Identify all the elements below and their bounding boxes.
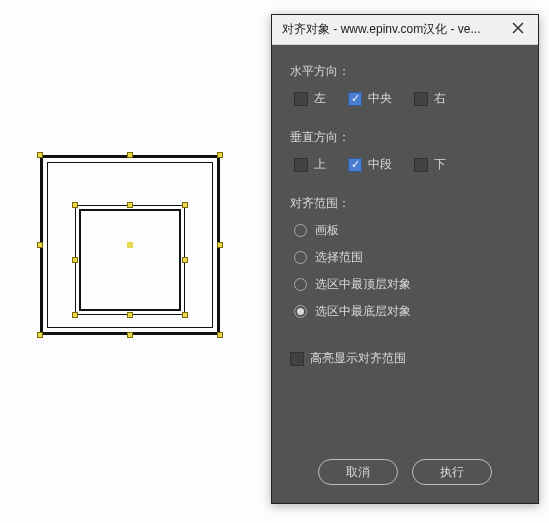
anchor-top-mid[interactable] bbox=[127, 152, 133, 158]
radio-icon bbox=[294, 278, 307, 291]
checkbox-label: 上 bbox=[314, 156, 326, 173]
checkbox-vertical-top[interactable]: 上 bbox=[294, 156, 326, 173]
checkbox-icon: ✓ bbox=[348, 92, 362, 106]
vertical-options: 上 ✓ 中段 下 bbox=[290, 156, 520, 173]
radio-scope-topmost[interactable]: 选区中最顶层对象 bbox=[294, 276, 520, 293]
checkbox-horizontal-center[interactable]: ✓ 中央 bbox=[348, 90, 392, 107]
section-label: 对齐范围： bbox=[290, 195, 520, 212]
checkbox-label: 下 bbox=[434, 156, 446, 173]
checkbox-label: 右 bbox=[434, 90, 446, 107]
radio-icon bbox=[294, 305, 307, 318]
section-label: 水平方向： bbox=[290, 63, 520, 80]
checkbox-vertical-bottom[interactable]: 下 bbox=[414, 156, 446, 173]
section-label: 垂直方向： bbox=[290, 129, 520, 146]
execute-button[interactable]: 执行 bbox=[412, 459, 492, 485]
dialog-body: 水平方向： 左 ✓ 中央 右 垂直方向： bbox=[272, 45, 538, 447]
align-dialog: 对齐对象 - www.epinv.com汉化 - ve... 水平方向： 左 ✓… bbox=[271, 14, 539, 504]
anchor-bottom-right[interactable] bbox=[182, 312, 188, 318]
canvas-preview bbox=[10, 155, 250, 395]
section-scope: 对齐范围： 画板 选择范围 选区中最顶层对象 选区中最底层对象 bbox=[290, 195, 520, 320]
anchor-left-mid[interactable] bbox=[72, 257, 78, 263]
checkbox-vertical-middle[interactable]: ✓ 中段 bbox=[348, 156, 392, 173]
checkbox-label: 高亮显示对齐范围 bbox=[310, 350, 406, 367]
anchor-right-mid[interactable] bbox=[182, 257, 188, 263]
checkbox-horizontal-left[interactable]: 左 bbox=[294, 90, 326, 107]
dialog-title: 对齐对象 - www.epinv.com汉化 - ve... bbox=[282, 21, 504, 38]
anchor-bottom-left[interactable] bbox=[37, 332, 43, 338]
anchor-right-mid[interactable] bbox=[217, 242, 223, 248]
anchor-top-left[interactable] bbox=[37, 152, 43, 158]
radio-scope-bottommost[interactable]: 选区中最底层对象 bbox=[294, 303, 520, 320]
radio-icon bbox=[294, 224, 307, 237]
anchor-bottom-left[interactable] bbox=[72, 312, 78, 318]
anchor-top-right[interactable] bbox=[217, 152, 223, 158]
radio-label: 画板 bbox=[315, 222, 339, 239]
checkbox-icon bbox=[294, 158, 308, 172]
radio-label: 选择范围 bbox=[315, 249, 363, 266]
checkbox-label: 中段 bbox=[368, 156, 392, 173]
checkbox-icon bbox=[294, 92, 308, 106]
radio-scope-selection[interactable]: 选择范围 bbox=[294, 249, 520, 266]
section-horizontal: 水平方向： 左 ✓ 中央 右 bbox=[290, 63, 520, 107]
anchor-bottom-mid[interactable] bbox=[127, 312, 133, 318]
checkbox-label: 中央 bbox=[368, 90, 392, 107]
section-vertical: 垂直方向： 上 ✓ 中段 下 bbox=[290, 129, 520, 173]
cancel-button[interactable]: 取消 bbox=[318, 459, 398, 485]
button-label: 执行 bbox=[440, 464, 464, 481]
radio-icon bbox=[294, 251, 307, 264]
close-button[interactable] bbox=[504, 18, 532, 42]
anchor-top-left[interactable] bbox=[72, 202, 78, 208]
close-icon bbox=[512, 22, 524, 37]
anchor-bottom-right[interactable] bbox=[217, 332, 223, 338]
titlebar[interactable]: 对齐对象 - www.epinv.com汉化 - ve... bbox=[272, 15, 538, 45]
anchor-top-right[interactable] bbox=[182, 202, 188, 208]
anchor-bottom-mid[interactable] bbox=[127, 332, 133, 338]
checkbox-icon bbox=[414, 158, 428, 172]
radio-scope-artboard[interactable]: 画板 bbox=[294, 222, 520, 239]
checkbox-horizontal-right[interactable]: 右 bbox=[414, 90, 446, 107]
anchor-left-mid[interactable] bbox=[37, 242, 43, 248]
checkbox-icon bbox=[290, 352, 304, 366]
checkbox-highlight-range[interactable]: 高亮显示对齐范围 bbox=[290, 350, 520, 367]
radio-label: 选区中最顶层对象 bbox=[315, 276, 411, 293]
horizontal-options: 左 ✓ 中央 右 bbox=[290, 90, 520, 107]
scope-options: 画板 选择范围 选区中最顶层对象 选区中最底层对象 bbox=[290, 222, 520, 320]
anchor-top-mid[interactable] bbox=[127, 202, 133, 208]
checkbox-label: 左 bbox=[314, 90, 326, 107]
checkbox-icon: ✓ bbox=[348, 158, 362, 172]
button-bar: 取消 执行 bbox=[272, 447, 538, 503]
inner-rect-shape bbox=[75, 205, 185, 315]
radio-label: 选区中最底层对象 bbox=[315, 303, 411, 320]
checkbox-icon bbox=[414, 92, 428, 106]
button-label: 取消 bbox=[346, 464, 370, 481]
inner-rect-selection[interactable] bbox=[75, 205, 185, 315]
